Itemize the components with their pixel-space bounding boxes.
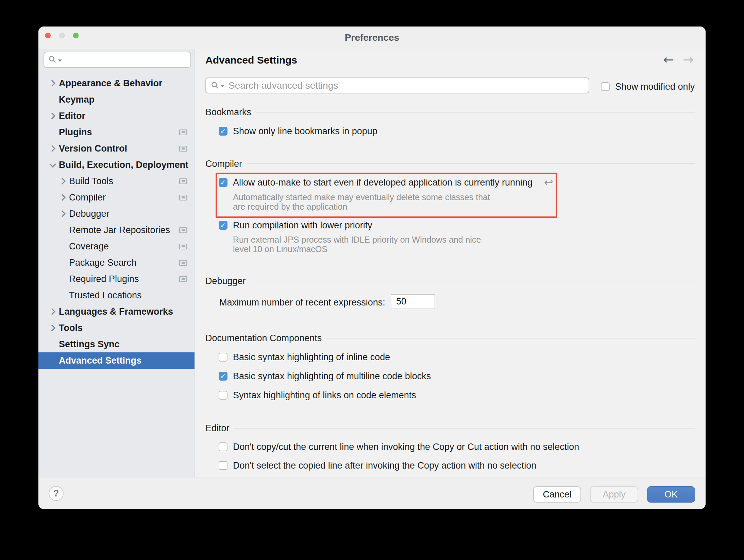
section-divider — [256, 112, 695, 112]
reset-to-default-icon[interactable]: ↩ — [544, 177, 553, 188]
chevron-right-icon[interactable] — [47, 309, 59, 314]
sidebar-item-label: Coverage — [69, 241, 109, 252]
in-window-settings-icon — [179, 276, 187, 282]
chevron-right-icon[interactable] — [47, 81, 59, 86]
section-compiler: Compiler — [205, 158, 695, 170]
sidebar-item-version-control[interactable]: Version Control — [38, 140, 195, 157]
sidebar-item-label: Build, Execution, Deployment — [59, 160, 188, 170]
setting-row: ✓ Basic syntax highlighting of multiline… — [219, 370, 431, 382]
advanced-search-field[interactable] — [205, 77, 589, 93]
ok-button[interactable]: OK — [647, 486, 695, 503]
sidebar-item-label: Appearance & Behavior — [59, 78, 163, 89]
section-title: Bookmarks — [205, 107, 251, 118]
sidebar-item-required-plugins[interactable]: Required Plugins — [38, 271, 195, 287]
sidebar-item-label: Required Plugins — [69, 274, 139, 284]
chevron-right-icon[interactable] — [47, 146, 59, 151]
section-divider — [326, 338, 695, 338]
setting-label: Allow auto-make to start even if develop… — [233, 177, 532, 188]
in-window-settings-icon — [179, 129, 187, 135]
show-modified-only: ✓ Show modified only — [601, 81, 695, 92]
chevron-right-icon[interactable] — [47, 326, 59, 330]
sidebar-item-build-execution-deployment[interactable]: Build, Execution, Deployment — [38, 157, 195, 173]
recent-expressions-input[interactable] — [391, 294, 435, 309]
setting-row: ✓ Basic syntax highlighting of inline co… — [219, 351, 390, 363]
chevron-right-icon[interactable] — [57, 211, 69, 216]
sidebar-item-remote-jar-repositories[interactable]: Remote Jar Repositories — [38, 222, 195, 238]
search-icon — [211, 81, 224, 90]
setting-row: ✓ Show only line bookmarks in popup — [219, 125, 377, 137]
sidebar-item-keymap[interactable]: Keymap — [38, 91, 195, 108]
setting-description: Run external JPS process with IDLE prior… — [233, 235, 481, 244]
sidebar-item-plugins[interactable]: Plugins — [38, 124, 195, 140]
back-arrow-icon[interactable]: ← — [663, 53, 674, 66]
preferences-window: Preferences Appearance & BehaviorKeymapE… — [38, 27, 706, 509]
titlebar: Preferences — [38, 27, 706, 49]
multiline-code-checkbox[interactable]: ✓ — [219, 372, 227, 381]
advanced-settings-panel: Advanced Settings ← → ✓ Show modified on… — [195, 49, 706, 477]
setting-row: ✓ Run compilation with lower priority — [219, 220, 372, 231]
setting-label: Basic syntax highlighting of inline code — [233, 352, 390, 363]
section-divider — [251, 281, 695, 281]
cancel-button[interactable]: Cancel — [533, 486, 581, 503]
chevron-down-icon[interactable] — [47, 162, 59, 168]
sidebar-item-label: Build Tools — [69, 176, 113, 187]
sidebar-item-label: Package Search — [69, 258, 136, 268]
sidebar-item-label: Remote Jar Repositories — [69, 225, 170, 235]
in-window-settings-icon — [179, 195, 187, 200]
in-window-settings-icon — [179, 227, 187, 233]
sidebar-item-settings-sync[interactable]: Settings Sync — [38, 336, 195, 352]
sidebar-item-label: Trusted Locations — [69, 290, 142, 301]
chevron-right-icon[interactable] — [57, 195, 69, 200]
search-history-caret-icon — [58, 59, 62, 62]
sidebar-item-editor[interactable]: Editor — [38, 108, 195, 124]
section-bookmarks: Bookmarks — [205, 106, 695, 118]
chevron-right-icon[interactable] — [57, 179, 69, 183]
sidebar-item-label: Version Control — [59, 143, 127, 154]
sidebar-item-tools[interactable]: Tools — [38, 320, 195, 336]
section-documentation-components: Documentation Components — [205, 332, 695, 344]
sidebar-search-field[interactable] — [44, 52, 191, 68]
line-bookmarks-checkbox[interactable]: ✓ — [219, 127, 227, 136]
sidebar-search-input[interactable] — [62, 54, 186, 66]
sidebar-item-build-tools[interactable]: Build Tools — [38, 173, 195, 189]
setting-row: ✓ Syntax highlighting of links on code e… — [219, 389, 416, 401]
sidebar-item-debugger[interactable]: Debugger — [38, 206, 195, 222]
section-editor: Editor — [205, 422, 695, 434]
setting-row: ✓ Allow auto-make to start even if devel… — [219, 177, 553, 188]
sidebar-item-trusted-locations[interactable]: Trusted Locations — [38, 287, 195, 303]
sidebar-item-label: Settings Sync — [59, 339, 120, 350]
help-button[interactable]: ? — [49, 486, 64, 501]
inline-code-checkbox[interactable]: ✓ — [219, 353, 227, 362]
show-modified-checkbox[interactable]: ✓ — [601, 82, 610, 91]
setting-label: Don't copy/cut the current line when inv… — [233, 442, 579, 452]
setting-label: Syntax highlighting of links on code ele… — [233, 390, 416, 401]
links-highlighting-checkbox[interactable]: ✓ — [219, 391, 227, 400]
setting-description: are required by the application — [233, 202, 347, 211]
recent-expressions-label: Maximum number of recent expressions: — [219, 297, 385, 308]
setting-label: Basic syntax highlighting of multiline c… — [233, 371, 431, 382]
sidebar-item-label: Languages & Frameworks — [59, 307, 173, 317]
sidebar-item-label: Debugger — [69, 209, 109, 219]
sidebar-item-coverage[interactable]: Coverage — [38, 238, 195, 255]
dont-select-copied-checkbox[interactable]: ✓ — [219, 461, 227, 470]
sidebar-item-label: Keymap — [59, 94, 95, 105]
search-icon — [48, 55, 62, 64]
sidebar-item-label: Tools — [59, 323, 83, 333]
sidebar-item-advanced-settings[interactable]: Advanced Settings — [38, 352, 195, 369]
window-title: Preferences — [38, 27, 706, 49]
advanced-search-input[interactable] — [228, 80, 584, 91]
dont-copy-cut-checkbox[interactable]: ✓ — [219, 442, 227, 451]
apply-button[interactable]: Apply — [590, 486, 638, 503]
in-window-settings-icon — [179, 146, 187, 152]
auto-make-checkbox[interactable]: ✓ — [219, 178, 227, 187]
sidebar-item-package-search[interactable]: Package Search — [38, 255, 195, 271]
setting-description: level 10 on Linux/macOS — [233, 244, 327, 254]
sidebar-item-appearance-behavior[interactable]: Appearance & Behavior — [38, 75, 195, 91]
lower-priority-checkbox[interactable]: ✓ — [219, 221, 227, 230]
setting-row: ✓ Don't copy/cut the current line when i… — [219, 441, 579, 453]
sidebar-item-label: Plugins — [59, 127, 92, 138]
setting-label: Don't select the copied line after invok… — [233, 460, 536, 471]
sidebar-item-languages-frameworks[interactable]: Languages & Frameworks — [38, 303, 195, 320]
sidebar-item-compiler[interactable]: Compiler — [38, 189, 195, 206]
chevron-right-icon[interactable] — [47, 113, 59, 118]
